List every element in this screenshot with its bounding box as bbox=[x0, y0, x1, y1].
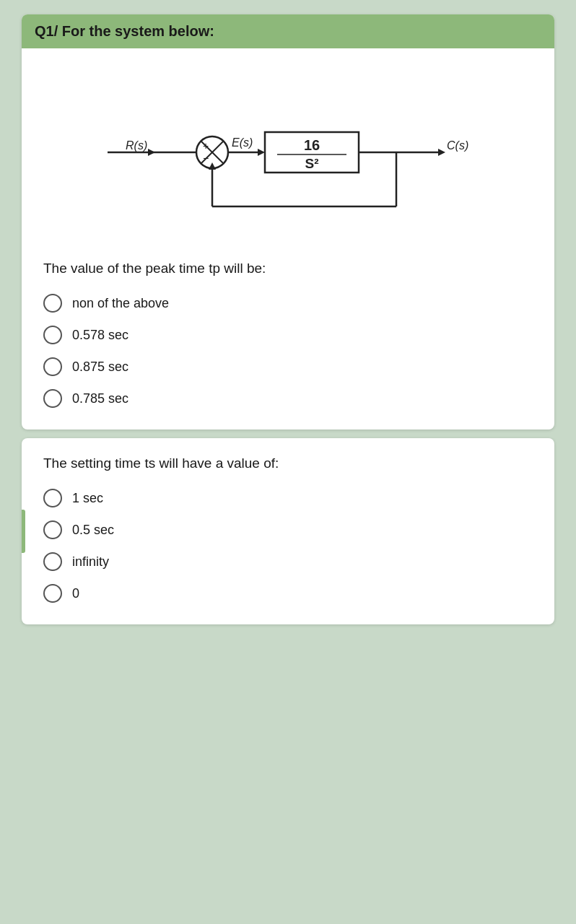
option-item[interactable]: 0 bbox=[43, 584, 533, 603]
option-label-2b: 0.5 sec bbox=[72, 523, 114, 538]
option-label-2c: infinity bbox=[72, 554, 109, 570]
svg-text:−: − bbox=[203, 152, 209, 164]
option-item[interactable]: 0.875 sec bbox=[43, 357, 533, 376]
option-label-2d: 0 bbox=[72, 586, 79, 601]
option-label-1d: 0.785 sec bbox=[72, 391, 128, 406]
e-label: E(s) bbox=[232, 136, 253, 149]
radio-btn-1a[interactable] bbox=[43, 294, 62, 313]
card-q2: The setting time ts will have a value of… bbox=[22, 438, 554, 624]
card-body-2: The setting time ts will have a value of… bbox=[22, 438, 554, 624]
option-item[interactable]: 1 sec bbox=[43, 489, 533, 507]
radio-btn-1c[interactable] bbox=[43, 357, 62, 376]
block-diagram: + − 16 S² bbox=[43, 80, 533, 239]
svg-marker-17 bbox=[438, 149, 445, 156]
question-peak-time: The value of the peak time tp will be: bbox=[43, 261, 533, 276]
svg-text:+: + bbox=[203, 140, 209, 152]
option-item[interactable]: 0.5 sec bbox=[43, 520, 533, 539]
card-header: Q1/ For the system below: bbox=[22, 14, 554, 48]
option-label-1b: 0.578 sec bbox=[72, 328, 128, 343]
options-list-q1: non of the above 0.578 sec 0.875 sec 0.7… bbox=[43, 294, 533, 408]
c-label: C(s) bbox=[447, 139, 468, 152]
question-setting-time: The setting time ts will have a value of… bbox=[43, 456, 533, 471]
tf-denominator: S² bbox=[305, 156, 319, 171]
card-q1: Q1/ For the system below: + − bbox=[22, 14, 554, 430]
radio-btn-2b[interactable] bbox=[43, 520, 62, 539]
radio-btn-2d[interactable] bbox=[43, 584, 62, 603]
r-label: R(s) bbox=[126, 139, 147, 152]
option-item[interactable]: non of the above bbox=[43, 294, 533, 313]
radio-btn-2a[interactable] bbox=[43, 489, 62, 507]
option-label-2a: 1 sec bbox=[72, 491, 103, 506]
left-accent bbox=[22, 510, 25, 553]
svg-marker-19 bbox=[148, 149, 155, 156]
options-list-q2: 1 sec 0.5 sec infinity 0 bbox=[43, 489, 533, 603]
option-item[interactable]: 0.578 sec bbox=[43, 326, 533, 344]
tf-numerator: 16 bbox=[304, 137, 320, 153]
option-label-1c: 0.875 sec bbox=[72, 359, 128, 375]
option-item[interactable]: infinity bbox=[43, 552, 533, 571]
option-label-1a: non of the above bbox=[72, 296, 169, 311]
radio-btn-1b[interactable] bbox=[43, 326, 62, 344]
diagram-svg: + − 16 S² bbox=[86, 87, 490, 232]
radio-btn-2c[interactable] bbox=[43, 552, 62, 571]
radio-btn-1d[interactable] bbox=[43, 389, 62, 408]
svg-marker-8 bbox=[258, 149, 265, 156]
option-item[interactable]: 0.785 sec bbox=[43, 389, 533, 408]
card-body: + − 16 S² bbox=[22, 48, 554, 430]
card-title: Q1/ For the system below: bbox=[35, 23, 214, 39]
